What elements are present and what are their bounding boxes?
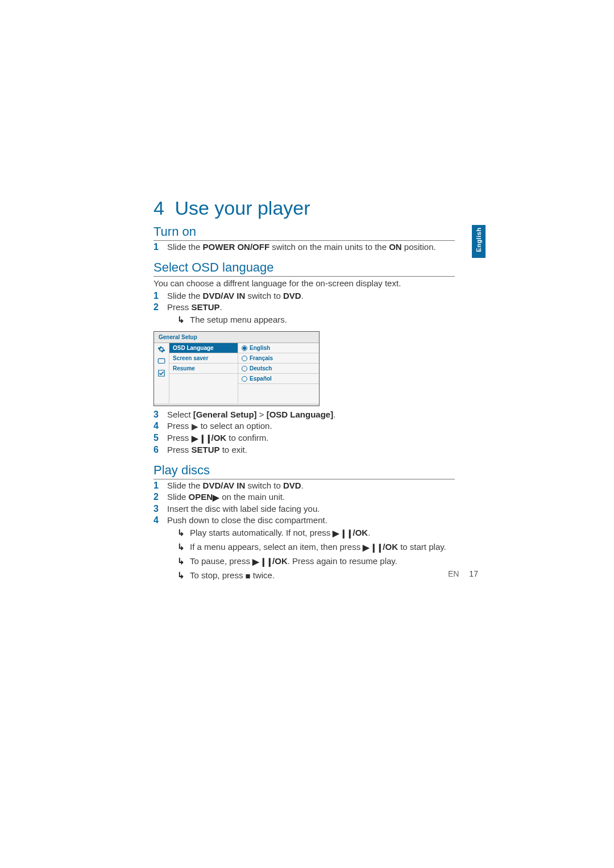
- check-icon: [157, 369, 165, 377]
- chapter-heading: 4 Use your player: [154, 198, 455, 219]
- svg-rect-0: [158, 359, 165, 364]
- osd-option-francais: Français: [238, 353, 319, 364]
- osd-item-resume: Resume: [169, 364, 238, 374]
- step-number: 4: [154, 515, 167, 525]
- play-pause-icon: ▶ ❙❙: [333, 527, 352, 540]
- osd-option-english: English: [238, 343, 319, 353]
- play-step-4: 4 Push down to close the disc compartmen…: [154, 515, 455, 525]
- osd-item-screen-saver: Screen saver: [169, 353, 238, 364]
- manual-page: 4 Use your player Turn on 1 Slide the PO…: [154, 198, 455, 583]
- language-tab: English: [472, 225, 486, 258]
- section-play-discs: Play discs: [154, 463, 455, 479]
- step-number: 2: [154, 302, 167, 312]
- play-result-4: ↳ To stop, press ■ twice.: [177, 569, 455, 582]
- footer-lang: EN: [448, 569, 459, 578]
- osd-step-1: 1 Slide the DVD/AV IN switch to DVD.: [154, 291, 455, 301]
- right-triangle-icon: ▶: [213, 493, 219, 503]
- osd-menu-screenshot: General Setup OSD Language Screen saver …: [154, 331, 320, 406]
- play-result-1: ↳ Play starts automatically. If not, pre…: [177, 527, 455, 540]
- result-arrow-icon: ↳: [177, 569, 190, 582]
- step-text: Slide the DVD/AV IN switch to DVD.: [167, 481, 455, 490]
- step-number: 3: [154, 410, 167, 420]
- play-result-3: ↳ To pause, press ▶ ❙❙/OK. Press again t…: [177, 555, 455, 568]
- step-number: 6: [154, 445, 167, 455]
- osd-step-4: 4 Press ▶ to select an option.: [154, 421, 455, 432]
- play-step-3: 3 Insert the disc with label side facing…: [154, 504, 455, 514]
- play-result-2: ↳ If a menu appears, select an item, the…: [177, 541, 455, 554]
- step-text: Press SETUP.: [167, 302, 455, 312]
- osd-intro: You can choose a diffrent language for t…: [154, 278, 455, 289]
- osd-option-espanol: Español: [238, 374, 319, 384]
- step-text: Press SETUP to exit.: [167, 445, 455, 454]
- osd-step-2: 2 Press SETUP.: [154, 302, 455, 312]
- chapter-title: Use your player: [175, 197, 310, 219]
- osd-step-3: 3 Select [General Setup] > [OSD Language…: [154, 410, 455, 420]
- stop-icon: ■: [246, 570, 251, 582]
- step-text: Push down to close the disc compartment.: [167, 515, 455, 525]
- step-text: Press ▶ ❙❙/OK to confirm.: [167, 433, 455, 444]
- osd-icon-column: [154, 343, 169, 403]
- right-triangle-icon: ▶: [192, 422, 198, 432]
- osd-option-deutsch: Deutsch: [238, 364, 319, 374]
- result-arrow-icon: ↳: [177, 527, 190, 539]
- step-text: Slide OPEN▶ on the main unit.: [167, 492, 455, 503]
- osd-step-6: 6 Press SETUP to exit.: [154, 445, 455, 455]
- result-arrow-icon: ↳: [177, 555, 190, 567]
- step-number: 4: [154, 421, 167, 431]
- result-arrow-icon: ↳: [177, 541, 190, 553]
- result-arrow-icon: ↳: [177, 314, 190, 326]
- radio-icon: [242, 376, 247, 382]
- osd-title: General Setup: [154, 332, 319, 343]
- osd-option-list: English Français Deutsch Español: [238, 343, 319, 403]
- page-number: 17: [469, 569, 478, 578]
- radio-icon: [242, 366, 247, 372]
- section-turn-on: Turn on: [154, 224, 455, 241]
- step-text: Insert the disc with label side facing y…: [167, 504, 455, 514]
- radio-selected-icon: [242, 345, 247, 351]
- play-pause-icon: ▶ ❙❙: [363, 541, 383, 554]
- section-osd-language: Select OSD language: [154, 260, 455, 277]
- chapter-number: 4: [154, 198, 169, 219]
- osd-step-2-result: ↳ The setup menu appears.: [177, 314, 455, 326]
- step-text: Press ▶ to select an option.: [167, 421, 455, 432]
- step-text: Slide the DVD/AV IN switch to DVD.: [167, 291, 455, 301]
- step-number: 3: [154, 504, 167, 514]
- play-step-1: 1 Slide the DVD/AV IN switch to DVD.: [154, 481, 455, 491]
- osd-item-osd-language: OSD Language: [169, 343, 238, 353]
- step-number: 5: [154, 433, 167, 443]
- step-text: Slide the POWER ON/OFF switch on the mai…: [167, 242, 455, 252]
- gear-icon: [157, 345, 165, 353]
- play-step-2: 2 Slide OPEN▶ on the main unit.: [154, 492, 455, 503]
- play-pause-icon: ▶ ❙❙: [192, 433, 211, 444]
- language-tab-label: English: [475, 227, 482, 252]
- step-number: 1: [154, 291, 167, 301]
- play-pause-icon: ▶ ❙❙: [252, 556, 272, 568]
- step-text: Select [General Setup] > [OSD Language].: [167, 410, 455, 419]
- step-number: 2: [154, 492, 167, 502]
- radio-icon: [242, 356, 247, 361]
- turn-on-step-1: 1 Slide the POWER ON/OFF switch on the m…: [154, 242, 455, 252]
- osd-left-menu: OSD Language Screen saver Resume: [169, 343, 238, 403]
- step-number: 1: [154, 481, 167, 491]
- page-footer: EN 17: [448, 569, 478, 578]
- osd-step-5: 5 Press ▶ ❙❙/OK to confirm.: [154, 433, 455, 444]
- step-number: 1: [154, 242, 167, 252]
- screen-icon: [157, 358, 165, 365]
